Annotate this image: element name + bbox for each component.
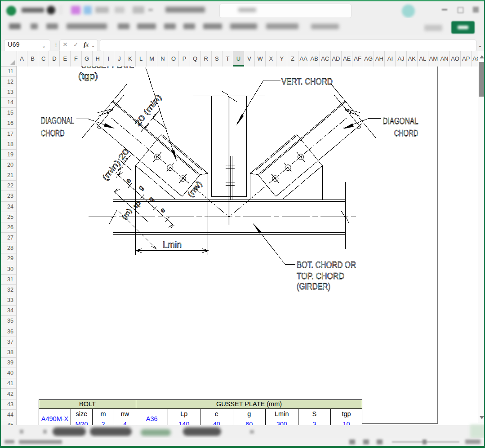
svg-text:g: g xyxy=(137,184,145,191)
svg-text:VERT. CHORD: VERT. CHORD xyxy=(281,77,333,87)
svg-text:CHORD: CHORD xyxy=(394,129,418,138)
svg-text:CHORD: CHORD xyxy=(41,129,65,138)
svg-text:(tgp): (tgp) xyxy=(78,71,98,81)
svg-text:g: g xyxy=(147,195,155,203)
svg-text:TOP. CHORD: TOP. CHORD xyxy=(297,271,344,281)
svg-text:DIAGONAL: DIAGONAL xyxy=(383,116,418,126)
svg-text:tp: tp xyxy=(132,200,142,210)
svg-text:DIAGONAL: DIAGONAL xyxy=(41,116,74,126)
svg-text:Lmin: Lmin xyxy=(163,240,182,250)
svg-text:GUSSET PLATE: GUSSET PLATE xyxy=(81,60,134,70)
svg-text:(GIRDER): (GIRDER) xyxy=(297,282,330,292)
svg-text:BOT. CHORD OR: BOT. CHORD OR xyxy=(297,260,356,270)
svg-text:(m): (m) xyxy=(120,207,133,221)
